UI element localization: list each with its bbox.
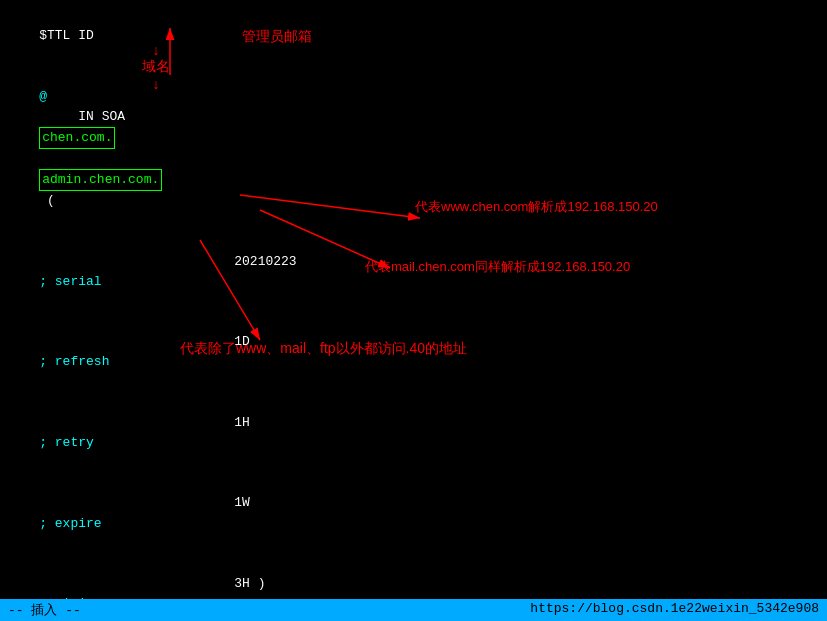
line-1: $TTL ID (8, 6, 819, 66)
soa-label: IN SOA (39, 109, 140, 124)
domain-name: chen.com. (39, 127, 115, 149)
insert-mode: -- 插入 -- (8, 601, 81, 619)
line-refresh: 1D ; refresh (8, 312, 819, 393)
line-serial: 20210223 ; serial (8, 232, 819, 313)
status-url: https://blog.csdn.1e22weixin_5342e908 (530, 601, 819, 619)
admin-email: admin.chen.com. (39, 169, 162, 191)
line-expire: 1W ; expire (8, 473, 819, 554)
line-soa: @ IN SOA chen.com. admin.chen.com. ( (8, 66, 819, 231)
terminal: $TTL ID @ IN SOA chen.com. admin.chen.co… (0, 0, 827, 621)
line-retry: 1H ; retry (8, 393, 819, 474)
statusbar: -- 插入 -- https://blog.csdn.1e22weixin_53… (0, 599, 827, 621)
ttl-label: $TTL ID (39, 28, 94, 43)
at-symbol: @ (39, 89, 47, 104)
